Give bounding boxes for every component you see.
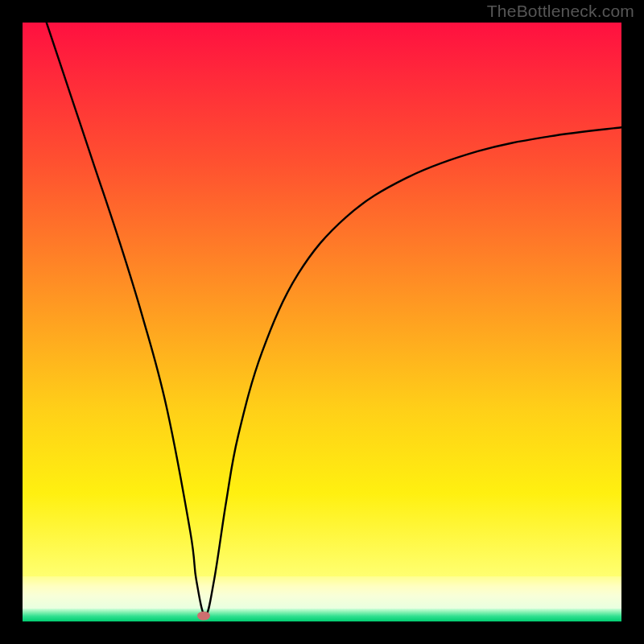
curve-svg (23, 23, 621, 621)
plot-area (23, 23, 621, 621)
marker-dot (197, 611, 210, 620)
bottleneck-curve (47, 23, 621, 616)
chart-frame: TheBottleneck.com (0, 0, 644, 644)
watermark-text: TheBottleneck.com (487, 2, 634, 21)
